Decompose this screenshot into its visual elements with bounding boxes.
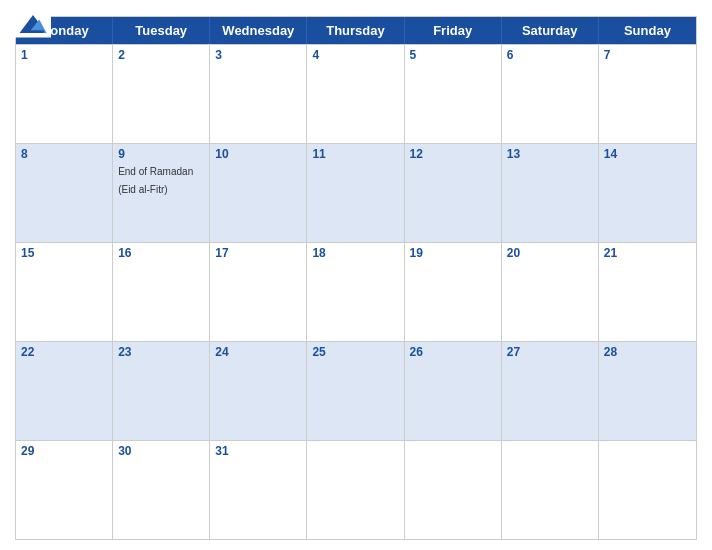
day-number: 9 xyxy=(118,147,204,161)
day-number: 27 xyxy=(507,345,593,359)
day-cell-empty-4 xyxy=(405,441,502,539)
calendar-page: MondayTuesdayWednesdayThursdayFridaySatu… xyxy=(0,0,712,550)
day-cell-2: 2 xyxy=(113,45,210,143)
day-cell-empty-5 xyxy=(502,441,599,539)
day-number: 16 xyxy=(118,246,204,260)
day-number: 20 xyxy=(507,246,593,260)
svg-rect-3 xyxy=(22,30,44,33)
day-cell-26: 26 xyxy=(405,342,502,440)
day-number: 23 xyxy=(118,345,204,359)
day-cell-20: 20 xyxy=(502,243,599,341)
day-cell-31: 31 xyxy=(210,441,307,539)
day-number: 4 xyxy=(312,48,398,62)
day-cell-11: 11 xyxy=(307,144,404,242)
day-header-sunday: Sunday xyxy=(599,17,696,44)
day-number: 30 xyxy=(118,444,204,458)
calendar-grid: MondayTuesdayWednesdayThursdayFridaySatu… xyxy=(15,16,697,540)
day-cell-28: 28 xyxy=(599,342,696,440)
day-header-tuesday: Tuesday xyxy=(113,17,210,44)
day-cell-7: 7 xyxy=(599,45,696,143)
day-cell-10: 10 xyxy=(210,144,307,242)
day-number: 11 xyxy=(312,147,398,161)
day-number: 17 xyxy=(215,246,301,260)
day-event: End of Ramadan (Eid al-Fitr) xyxy=(118,166,193,195)
day-number: 13 xyxy=(507,147,593,161)
day-number: 2 xyxy=(118,48,204,62)
day-number: 1 xyxy=(21,48,107,62)
day-cell-15: 15 xyxy=(16,243,113,341)
day-cell-1: 1 xyxy=(16,45,113,143)
day-cell-4: 4 xyxy=(307,45,404,143)
day-cell-21: 21 xyxy=(599,243,696,341)
day-cell-19: 19 xyxy=(405,243,502,341)
day-cell-12: 12 xyxy=(405,144,502,242)
day-number: 7 xyxy=(604,48,691,62)
day-number: 15 xyxy=(21,246,107,260)
day-number: 18 xyxy=(312,246,398,260)
day-cell-22: 22 xyxy=(16,342,113,440)
day-header-thursday: Thursday xyxy=(307,17,404,44)
day-cell-6: 6 xyxy=(502,45,599,143)
day-number: 10 xyxy=(215,147,301,161)
days-of-week-header: MondayTuesdayWednesdayThursdayFridaySatu… xyxy=(16,17,696,44)
day-number: 14 xyxy=(604,147,691,161)
week-row-3: 15161718192021 xyxy=(16,242,696,341)
day-cell-empty-6 xyxy=(599,441,696,539)
day-number: 12 xyxy=(410,147,496,161)
day-number: 21 xyxy=(604,246,691,260)
day-number: 3 xyxy=(215,48,301,62)
day-header-friday: Friday xyxy=(405,17,502,44)
day-number: 22 xyxy=(21,345,107,359)
day-cell-empty-3 xyxy=(307,441,404,539)
day-cell-24: 24 xyxy=(210,342,307,440)
day-cell-13: 13 xyxy=(502,144,599,242)
day-header-saturday: Saturday xyxy=(502,17,599,44)
day-cell-18: 18 xyxy=(307,243,404,341)
day-number: 26 xyxy=(410,345,496,359)
day-number: 28 xyxy=(604,345,691,359)
day-number: 19 xyxy=(410,246,496,260)
day-cell-5: 5 xyxy=(405,45,502,143)
day-number: 31 xyxy=(215,444,301,458)
week-row-4: 22232425262728 xyxy=(16,341,696,440)
day-number: 8 xyxy=(21,147,107,161)
week-row-1: 1234567 xyxy=(16,44,696,143)
day-cell-17: 17 xyxy=(210,243,307,341)
day-number: 24 xyxy=(215,345,301,359)
day-number: 29 xyxy=(21,444,107,458)
day-number: 6 xyxy=(507,48,593,62)
day-cell-8: 8 xyxy=(16,144,113,242)
calendar-body: 123456789End of Ramadan (Eid al-Fitr)101… xyxy=(16,44,696,539)
day-cell-27: 27 xyxy=(502,342,599,440)
week-row-5: 293031 xyxy=(16,440,696,539)
day-cell-14: 14 xyxy=(599,144,696,242)
day-cell-30: 30 xyxy=(113,441,210,539)
day-number: 25 xyxy=(312,345,398,359)
day-cell-9: 9End of Ramadan (Eid al-Fitr) xyxy=(113,144,210,242)
day-cell-29: 29 xyxy=(16,441,113,539)
day-header-wednesday: Wednesday xyxy=(210,17,307,44)
day-cell-16: 16 xyxy=(113,243,210,341)
generalblue-logo xyxy=(15,10,51,38)
week-row-2: 89End of Ramadan (Eid al-Fitr)1011121314 xyxy=(16,143,696,242)
day-cell-3: 3 xyxy=(210,45,307,143)
day-cell-25: 25 xyxy=(307,342,404,440)
day-cell-23: 23 xyxy=(113,342,210,440)
day-number: 5 xyxy=(410,48,496,62)
